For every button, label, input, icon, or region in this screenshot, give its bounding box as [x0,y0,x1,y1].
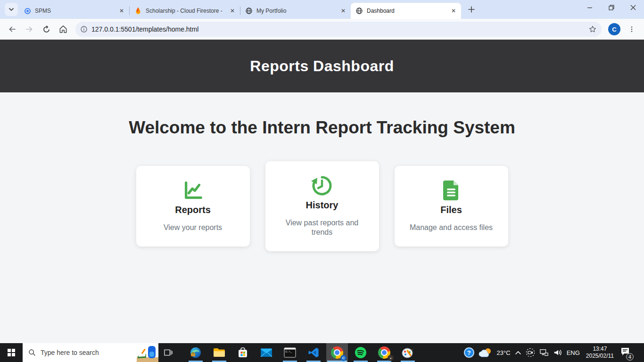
globe-icon [355,7,363,15]
search-highlight-decoration [137,343,158,362]
chrome-profile-badge: C [340,355,347,361]
windows-taskbar: Type here to search [0,343,644,362]
forward-button[interactable] [22,22,37,37]
close-window-button[interactable] [622,0,644,15]
tab-close-icon[interactable]: ✕ [118,7,125,15]
new-tab-button[interactable] [465,3,478,16]
temperature-label[interactable]: 23°C [497,349,511,356]
kebab-menu-icon [628,25,636,33]
card-subtitle: View past reports and trends [275,218,370,237]
browser-window: SPMS ✕ Scholarship - Cloud Firestore - ✕… [0,0,644,343]
card-subtitle: View your reports [146,223,240,232]
tab-search-button[interactable] [5,3,18,16]
chevron-down-icon [8,7,14,12]
ionic-icon [24,7,31,15]
card-title: Files [404,205,499,215]
mail-icon [260,348,272,357]
taskbar-vscode[interactable] [303,343,324,362]
svg-text:C:\_: C:\_ [286,350,293,354]
spotify-icon [355,346,367,359]
profile-avatar[interactable]: C [608,23,620,35]
tab-close-icon[interactable]: ✕ [450,7,457,15]
page-title: Reports Dashboard [250,58,394,75]
date-label: 2025/02/11 [586,353,614,360]
home-icon [58,25,68,34]
card-subtitle: Manage and access files [404,223,499,232]
tray-chevron-up-icon[interactable] [515,350,521,355]
reload-button[interactable] [39,22,54,37]
browser-toolbar: 127.0.0.1:5501/templates/home.html C [0,19,644,40]
help-icon[interactable]: ? [464,347,474,358]
chart-line-icon [146,180,240,201]
tab-dashboard-active[interactable]: Dashboard ✕ [351,3,461,19]
meet-now-icon[interactable] [526,348,535,357]
taskbar-clock[interactable]: 13:47 2025/02/11 [586,346,614,360]
taskbar-chrome-active[interactable]: C [326,343,348,362]
taskbar-store[interactable] [232,343,254,362]
system-tray: ? 23°C ENG 13:47 2025/02/11 4 [464,343,644,362]
browser-menu-button[interactable] [624,22,639,37]
address-bar[interactable]: 127.0.0.1:5501/templates/home.html [75,22,602,37]
task-view-button[interactable] [158,343,178,362]
card-title: Reports [146,205,240,215]
back-arrow-icon [8,25,17,34]
taskbar-chrome-profile2[interactable]: ● [373,343,395,362]
volume-icon[interactable] [553,348,562,357]
action-center-button[interactable]: 4 [620,347,630,358]
tab-close-icon[interactable]: ✕ [229,7,236,15]
command-prompt-icon: C:\_ [284,347,296,358]
reports-card[interactable]: Reports View your reports [136,166,250,247]
page-header: Reports Dashboard [0,40,644,92]
back-button[interactable] [5,22,20,37]
cards-row: Reports View your reports History View p… [0,161,644,251]
clock-history-icon [275,175,370,196]
tab-title: My Portfolio [256,8,339,14]
tab-portfolio[interactable]: My Portfolio ✕ [240,3,351,19]
file-explorer-icon [213,347,225,358]
firebase-flame-icon [134,7,142,15]
weather-icon[interactable] [479,347,493,358]
tab-title: SPMS [35,8,118,14]
taskbar-paint[interactable] [397,343,419,362]
chrome-profile2-badge: ● [388,355,394,361]
history-card[interactable]: History View past reports and trends [265,161,379,251]
restore-button[interactable] [601,0,622,15]
page-content: Reports Dashboard Welcome to the Intern … [0,40,644,343]
tab-spms[interactable]: SPMS ✕ [19,3,129,19]
vscode-icon [308,347,319,358]
tab-scholarship[interactable]: Scholarship - Cloud Firestore - ✕ [130,3,240,19]
plus-icon [468,6,475,13]
files-card[interactable]: Files Manage and access files [395,166,508,247]
window-controls [579,0,644,15]
windows-logo-icon [8,349,15,356]
start-button[interactable] [0,343,23,362]
taskbar-file-explorer[interactable] [208,343,230,362]
paint-icon [402,347,414,358]
edge-icon [190,346,202,359]
bookmark-star-icon[interactable] [588,25,597,33]
taskbar-spotify[interactable] [350,343,372,362]
tab-close-icon[interactable]: ✕ [339,7,347,15]
taskbar-apps: C:\_ C ● [184,343,420,362]
task-view-icon [164,348,173,357]
network-icon[interactable] [539,348,549,357]
time-label: 13:47 [586,346,614,353]
microsoft-store-icon [237,347,248,358]
globe-icon [245,7,253,15]
taskbar-edge[interactable] [185,343,206,362]
taskbar-mail[interactable] [256,343,277,362]
site-info-icon[interactable] [80,25,88,33]
tab-strip: SPMS ✕ Scholarship - Cloud Firestore - ✕… [0,0,644,19]
card-title: History [275,200,370,211]
tab-title: Dashboard [367,8,450,14]
search-icon [28,349,36,356]
taskbar-command-prompt[interactable]: C:\_ [279,343,301,362]
forward-arrow-icon [25,25,34,34]
welcome-heading: Welcome to the Intern Report Tracking Sy… [0,92,644,138]
home-button[interactable] [56,22,71,37]
taskbar-search[interactable]: Type here to search [23,343,158,362]
notification-count-badge: 4 [626,353,634,361]
minimize-button[interactable] [579,0,601,15]
language-indicator[interactable]: ENG [567,349,580,356]
url-text[interactable]: 127.0.0.1:5501/templates/home.html [91,25,588,33]
